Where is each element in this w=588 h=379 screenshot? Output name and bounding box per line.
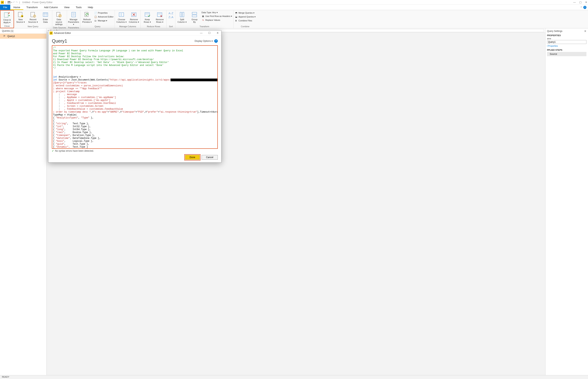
tab-view[interactable]: View (61, 5, 73, 10)
data-type-button[interactable]: Data Type: Any ▾ (201, 11, 232, 14)
dialog-help-button[interactable]: ? (214, 39, 218, 43)
svg-rect-36 (192, 15, 197, 17)
collapse-ribbon-button[interactable]: ^ (581, 6, 582, 9)
ribbon-group-new-query: ★ New Source ▾ Recent Sources ▾ Enter Da… (14, 10, 52, 28)
code-content[interactable]: /* The exported Power Query Formula Lang… (53, 47, 217, 149)
all-properties-link[interactable]: l Properties (547, 45, 558, 47)
combine-files-icon: 🗎 (235, 19, 238, 22)
ribbon-tabs: File Home Transform Add Column View Tool… (0, 5, 588, 10)
svg-rect-33 (180, 12, 182, 17)
status-bar: READY (0, 375, 588, 379)
svg-rect-34 (182, 12, 184, 17)
query-settings-pane: Query Settings ✕ PROPERTIES ame l Proper… (545, 28, 588, 375)
advanced-editor-button[interactable]: 📋Advanced Editor (94, 15, 114, 18)
svg-rect-17 (72, 12, 75, 17)
sort-asc-button[interactable]: A↓Z (168, 12, 173, 15)
manage-icon: 🗂 (94, 19, 97, 22)
properties-icon: 📄 (94, 11, 97, 14)
query-name-input[interactable] (547, 40, 587, 44)
undo-icon[interactable]: ↶ (13, 1, 15, 4)
close-window-button[interactable]: ✕ (585, 1, 587, 4)
quick-access-toolbar: | 💾 ▾ ↶ ↷ | (5, 1, 21, 4)
title-bar: ul | 💾 ▾ ↶ ↷ | Untitled - Power Query Ed… (0, 0, 588, 5)
first-row-headers-button[interactable]: ▦Use First Row as Headers ▾ (201, 15, 232, 18)
svg-rect-0 (4, 13, 8, 17)
split-column-button[interactable]: Split Column ▾ (176, 11, 188, 23)
sort-asc-icon: A↓Z (168, 12, 173, 15)
ribbon-group-close: Close & Apply ▾ Close (0, 10, 14, 28)
append-icon: ⬓ (235, 15, 238, 18)
tab-file[interactable]: File (0, 5, 10, 10)
recent-sources-button[interactable]: Recent Sources ▾ (28, 11, 38, 23)
ribbon-group-parameters: Manage Parameters ▾ Parameters (67, 10, 80, 28)
keep-rows-button[interactable]: Keep Rows ▾ (142, 11, 153, 23)
dialog-app-icon: ul (50, 32, 53, 35)
help-button[interactable]: ? (583, 6, 587, 9)
tab-tools[interactable]: Tools (73, 5, 85, 10)
append-queries-button[interactable]: ⬓Append Queries ▾ (235, 15, 256, 18)
data-source-settings-button[interactable]: Data source settings (53, 11, 64, 26)
refresh-preview-button[interactable]: Refresh Preview ▾ (82, 11, 92, 23)
sort-desc-button[interactable]: Z↓A (168, 16, 173, 19)
name-label: ame (547, 37, 587, 40)
app-icon: ul (1, 1, 4, 4)
close-apply-icon (4, 12, 10, 18)
close-apply-button[interactable]: Close & Apply ▾ (1, 11, 13, 24)
replace-values-button[interactable]: ½Replace Values (201, 18, 232, 22)
refresh-icon (84, 11, 90, 18)
dialog-query-name: Query1 (52, 38, 67, 44)
new-source-button[interactable]: ★ New Source ▾ (15, 11, 26, 23)
close-settings-button[interactable]: ✕ (584, 30, 587, 33)
code-editor[interactable]: /* The exported Power Query Formula Lang… (52, 45, 218, 149)
split-column-icon (179, 11, 185, 18)
replace-icon: ½ (201, 18, 205, 22)
applied-steps-section: PPLIED STEPS (547, 49, 587, 51)
cancel-button[interactable]: Cancel (202, 155, 218, 160)
manage-button[interactable]: 🗂Manage ▾ (94, 19, 114, 22)
svg-rect-10 (43, 13, 48, 16)
remove-columns-icon (131, 11, 137, 18)
manage-parameters-button[interactable]: Manage Parameters ▾ (68, 11, 79, 26)
enter-data-button[interactable]: Enter Data (40, 11, 51, 23)
dialog-close-button[interactable]: ✕ (215, 32, 220, 34)
dialog-minimize-button[interactable]: — (199, 32, 204, 34)
dialog-titlebar: ul Advanced Editor — ☐ ✕ (48, 31, 221, 36)
qat-dropdown-icon[interactable]: ▾ (11, 1, 12, 3)
svg-rect-30 (157, 14, 162, 14)
svg-rect-28 (145, 14, 149, 14)
ribbon-group-combine: ⬒Merge Queries ▾ ⬓Append Queries ▾ 🗎Comb… (234, 10, 257, 28)
properties-section: PROPERTIES (547, 34, 587, 37)
queries-pane: Queries [1] Aᶜ Query1 (0, 28, 47, 375)
remove-columns-button[interactable]: Remove Columns ▾ (128, 11, 139, 23)
redo-icon[interactable]: ↷ (16, 1, 18, 4)
group-by-icon (191, 11, 198, 18)
dialog-title: Advanced Editor (54, 32, 71, 34)
choose-columns-button[interactable]: Choose Columns ▾ (116, 11, 127, 23)
query-item[interactable]: Aᶜ Query1 (0, 34, 46, 39)
dialog-maximize-button[interactable]: ☐ (207, 32, 212, 34)
save-icon[interactable]: 💾 (8, 1, 11, 4)
svg-point-16 (60, 15, 61, 16)
tab-transform[interactable]: Transform (23, 5, 41, 10)
done-button[interactable]: Done (185, 155, 200, 160)
advanced-editor-dialog: ul Advanced Editor — ☐ ✕ Query1 Display … (48, 30, 221, 163)
display-options-button[interactable]: Display Options ▾ (195, 40, 213, 42)
choose-columns-icon (118, 11, 125, 18)
queries-header: Queries [1] (0, 28, 46, 34)
combine-files-button[interactable]: 🗎Combine Files (235, 19, 256, 22)
tab-home[interactable]: Home (10, 5, 23, 10)
merge-queries-button[interactable]: ⬒Merge Queries ▾ (235, 11, 256, 14)
ribbon: Close & Apply ▾ Close ★ New Source ▾ Rec… (0, 10, 588, 28)
ribbon-group-manage-columns: Choose Columns ▾ Remove Columns ▾ Manage… (115, 10, 141, 28)
restore-button[interactable]: ▢ (579, 1, 582, 4)
tab-help[interactable]: Help (85, 5, 96, 10)
ribbon-group-query: Refresh Preview ▾ 📄Properties 📋Advanced … (80, 10, 115, 28)
remove-rows-button[interactable]: Remove Rows ▾ (154, 11, 165, 23)
minimize-button[interactable]: — (573, 1, 576, 4)
group-by-button[interactable]: Group By (189, 11, 200, 23)
tab-add-column[interactable]: Add Column (41, 5, 61, 10)
svg-rect-27 (145, 13, 149, 16)
applied-step-source[interactable]: Source (547, 52, 587, 56)
keep-rows-icon (144, 11, 150, 18)
properties-button[interactable]: 📄Properties (94, 11, 114, 14)
